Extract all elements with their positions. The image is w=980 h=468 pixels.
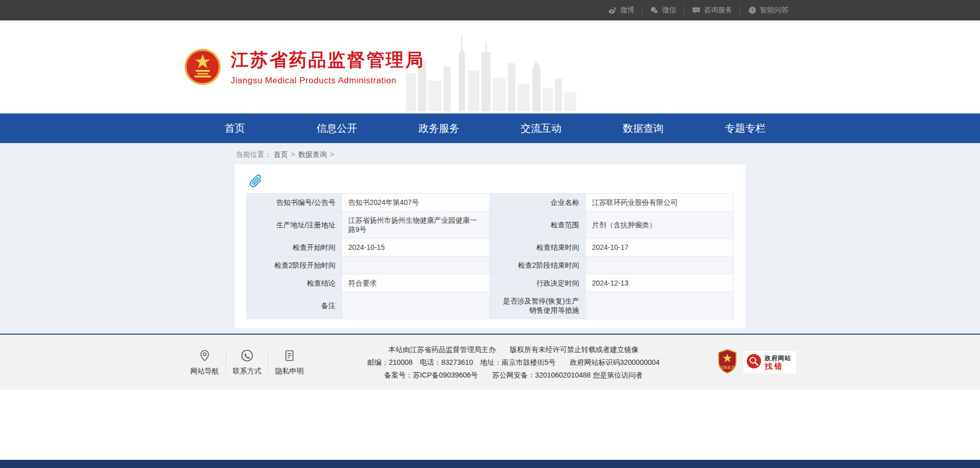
field-label: 检查开始时间 [247,239,342,256]
nav-item-data-query[interactable]: 数据查询 [592,113,694,143]
field-label: 检查结束时间 [490,239,585,256]
party-government-badge[interactable]: 党政机关 [717,348,738,376]
badge-text-line2: 找错 [765,362,791,370]
field-value: 符合要求 [342,274,490,292]
footer-line-icp: 备案号：苏ICP备09039606号 苏公网安备：32010602010488 … [315,369,712,382]
main-navigation: 首页 信息公开 政务服务 交流互动 数据查询 专题专栏 [0,113,980,143]
breadcrumb-separator: > [291,150,295,158]
bottom-white-spacer [0,390,980,460]
table-row: 检查开始时间 2024-10-15 检查结束时间 2024-10-17 [247,239,734,256]
footer-link-sitemap[interactable]: 网站导航 [184,349,226,376]
footer-info: 本站由江苏省药品监督管理局主办 版权所有未经许可禁止转载或者建立镜像 邮编：21… [310,343,717,382]
national-emblem-logo [184,48,222,86]
table-row: 生产地址/注册地址 江苏省扬州市扬州生物健康产业园健康一路9号 检查范围 片剂（… [247,212,734,239]
svg-text:?: ? [751,8,754,13]
main-content-area: 当前位置：首页>数据查询> 告知书编号/公告号 告知书2024年第407号 企业… [0,143,980,334]
field-label: 检查2阶段开始时间 [247,256,342,274]
field-value [585,292,733,319]
site-subtitle: Jiangsu Medical Products Administration [231,76,425,86]
field-label: 生产地址/注册地址 [247,212,342,239]
nav-item-special-topics[interactable]: 专题专栏 [694,113,796,143]
field-label: 检查2阶段结束时间 [490,256,585,274]
site-header: 江苏省药品监督管理局 Jiangsu Medical Products Admi… [0,20,980,113]
field-value: 江苏省扬州市扬州生物健康产业园健康一路9号 [342,212,490,239]
footer-link-label: 联系方式 [233,367,261,376]
nav-item-home[interactable]: 首页 [184,113,286,143]
nav-item-info-disclosure[interactable]: 信息公开 [286,113,388,143]
consult-icon [692,6,700,14]
field-value: 片剂（含抗肿瘤类） [585,212,733,239]
link-icon [248,174,262,188]
footer-links: 网站导航 联系方式 隐私申明 [184,349,310,376]
breadcrumb: 当前位置：首页>数据查询> [235,150,745,159]
footer-link-privacy[interactable]: 隐私申明 [268,349,310,376]
gov-site-error-report-badge[interactable]: 政府网站 找错 [743,351,796,373]
inspection-detail-table: 告知书编号/公告号 告知书2024年第407号 企业名称 江苏联环药业股份有限公… [246,193,734,319]
field-value [585,256,733,274]
wechat-icon [650,6,658,14]
bottom-bar [0,460,980,468]
field-value: 2024-12-13 [585,274,733,292]
field-value: 2024-10-15 [342,239,490,256]
document-icon [283,349,296,362]
field-value: 江苏联环药业股份有限公司 [585,194,733,212]
field-label: 检查结论 [247,274,342,292]
nav-item-gov-services[interactable]: 政务服务 [388,113,490,143]
field-value [342,256,490,274]
table-row: 备注 是否涉及暂停(恢复)生产销售使用等措施 [247,292,734,319]
footer-link-label: 隐私申明 [275,367,304,376]
qa-icon: ? [748,6,756,14]
footer-badges: 党政机关 政府网站 找错 [717,348,796,376]
site-footer: 网站导航 联系方式 隐私申明 本站由江苏省药品监 [0,334,980,390]
footer-line-address: 邮编：210008 电话：83273610 地址：南京市鼓楼街5号 政府网站标识… [315,356,712,369]
site-title-block: 江苏省药品监督管理局 Jiangsu Medical Products Admi… [231,48,425,86]
nav-item-interaction[interactable]: 交流互动 [490,113,592,143]
location-pin-icon [198,349,211,362]
table-row: 检查2阶段开始时间 检查2阶段结束时间 [247,256,734,274]
top-utility-bar: 微博 微信 咨询服务 ? 智能问答 [0,0,980,20]
field-label: 是否涉及暂停(恢复)生产销售使用等措施 [490,292,585,319]
site-title: 江苏省药品监督管理局 [231,48,425,72]
footer-line-host: 本站由江苏省药品监督管理局主办 版权所有未经许可禁止转载或者建立镜像 [315,343,712,356]
badge-text-line1: 政府网站 [765,355,791,362]
field-label: 行政决定时间 [490,274,585,292]
breadcrumb-separator: > [330,150,334,158]
table-row: 检查结论 符合要求 行政决定时间 2024-12-13 [247,274,734,292]
party-badge-text: 党政机关 [720,365,736,370]
topbar-item-wechat[interactable]: 微信 [642,5,684,15]
topbar-item-label: 智能问答 [760,6,789,15]
field-value: 2024-10-17 [585,239,733,256]
field-label: 检查范围 [490,212,585,239]
topbar-item-weibo[interactable]: 微博 [601,5,642,15]
breadcrumb-label: 当前位置： [236,150,272,158]
topbar-item-label: 微博 [620,6,634,15]
phone-icon [240,349,254,362]
field-label: 备注 [247,292,342,319]
table-row: 告知书编号/公告号 告知书2024年第407号 企业名称 江苏联环药业股份有限公… [247,194,734,212]
field-value [342,292,490,319]
weibo-icon [608,6,617,14]
footer-link-contact[interactable]: 联系方式 [226,349,268,376]
breadcrumb-home-link[interactable]: 首页 [274,150,288,158]
footer-link-label: 网站导航 [190,367,219,376]
topbar-item-qa[interactable]: ? 智能问答 [740,5,796,15]
field-label: 企业名称 [490,194,585,212]
magnifier-seal-icon [746,354,762,371]
field-value: 告知书2024年第407号 [342,194,490,212]
page: 微博 微信 咨询服务 ? 智能问答 [0,0,980,468]
topbar-item-consult[interactable]: 咨询服务 [684,5,740,15]
field-label: 告知书编号/公告号 [247,194,342,212]
topbar-item-label: 咨询服务 [704,6,732,15]
detail-card: 告知书编号/公告号 告知书2024年第407号 企业名称 江苏联环药业股份有限公… [235,165,745,329]
breadcrumb-section-link[interactable]: 数据查询 [298,150,327,158]
topbar-item-label: 微信 [662,6,676,15]
